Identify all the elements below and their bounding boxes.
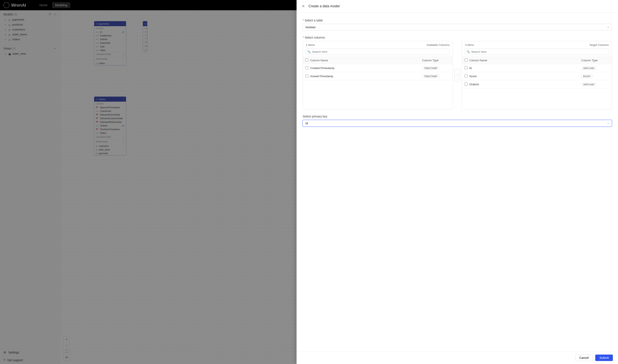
drawer-title: Create a data model — [308, 4, 340, 8]
close-icon[interactable]: ✕ — [302, 4, 305, 9]
create-model-drawer: ✕ Create a data model Select a table rev… — [297, 0, 618, 10]
